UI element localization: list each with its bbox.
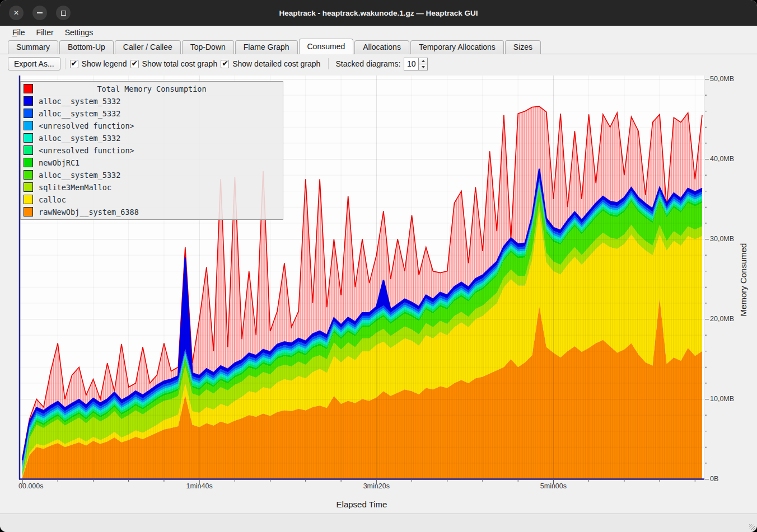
legend-swatch: [24, 96, 33, 106]
legend-swatch: [24, 133, 33, 143]
checkbox-icon: ✔: [221, 60, 229, 68]
y-axis-title: Memory Consumed: [739, 243, 748, 317]
x-tick-label: 5min00s: [540, 482, 567, 490]
stacked-diagrams-stepper[interactable]: 10: [404, 58, 428, 70]
tab-sizes[interactable]: Sizes: [505, 40, 541, 54]
spin-up-button[interactable]: [418, 58, 428, 64]
toolbar-separator: [65, 58, 66, 69]
legend-item: rawNewObj__system_6388: [21, 206, 283, 218]
window-title: Heaptrack - heaptrack.wakunode.1.gz — He…: [0, 9, 757, 17]
x-tick-label: 1min40s: [186, 482, 212, 490]
legend-item-label: newObjRC1: [39, 158, 80, 167]
legend-item-label: alloc__system_5332: [39, 134, 120, 143]
tab-top-down[interactable]: Top-Down: [182, 40, 234, 54]
x-tick-label: 00.000s: [18, 482, 43, 490]
legend-swatch: [24, 158, 33, 167]
legend-title: Total Memory Consumption: [97, 84, 206, 93]
legend-item-label: alloc__system_5332: [39, 97, 120, 106]
legend-swatch: [24, 182, 33, 192]
checkbox-icon: ✔: [70, 60, 78, 68]
x-tick-label: 3min20s: [363, 482, 390, 490]
menu-item-file[interactable]: File: [7, 27, 31, 38]
checkbox-label: Show legend: [82, 59, 127, 68]
legend-swatch: [24, 84, 33, 93]
y-tick-label: 10,0MB: [710, 395, 734, 403]
checkbox-show-total-cost-graph[interactable]: ✔Show total cost graph: [130, 59, 218, 68]
toolbar-separator: [328, 58, 329, 69]
y-tick-label: 0B: [710, 475, 718, 483]
checkbox-show-detailed-cost-graph[interactable]: ✔Show detailed cost graph: [221, 59, 320, 68]
tab-flame-graph[interactable]: Flame Graph: [235, 40, 298, 54]
menu-item-filter[interactable]: Filter: [31, 27, 59, 38]
chevron-up-icon: [422, 60, 425, 62]
spin-down-button[interactable]: [418, 64, 428, 70]
y-tick-label: 50,0MB: [710, 75, 734, 83]
stacked-diagrams-label: Stacked diagrams:: [335, 59, 400, 68]
legend-item: <unresolved function>: [21, 120, 283, 132]
chart-legend: Total Memory Consumptionalloc__system_53…: [20, 81, 283, 220]
legend-swatch: [24, 109, 33, 118]
legend-item-label: alloc__system_5332: [39, 171, 120, 180]
checkbox-show-legend[interactable]: ✔Show legend: [70, 59, 127, 68]
tab-bottom-up[interactable]: Bottom-Up: [59, 40, 114, 54]
legend-title-row: Total Memory Consumption: [21, 83, 283, 95]
legend-item: newObjRC1: [21, 157, 283, 169]
checkbox-label: Show total cost graph: [142, 59, 218, 68]
tab-temporary-allocations[interactable]: Temporary Allocations: [410, 40, 504, 54]
legend-item: calloc: [21, 194, 283, 206]
legend-item-label: rawNewObj__system_6388: [39, 208, 139, 216]
legend-item: alloc__system_5332: [21, 107, 283, 120]
legend-item: sqlite3MemMalloc: [21, 181, 283, 194]
legend-swatch: [24, 195, 33, 204]
legend-swatch: [24, 170, 33, 180]
y-tick-label: 30,0MB: [710, 235, 734, 243]
export-as-button[interactable]: Export As...: [8, 57, 60, 70]
stacked-diagrams-value[interactable]: 10: [404, 58, 418, 70]
y-tick-label: 20,0MB: [710, 315, 734, 323]
checkbox-label: Show detailed cost graph: [232, 59, 320, 68]
tab-summary[interactable]: Summary: [8, 40, 58, 54]
legend-item-label: <unresolved function>: [39, 146, 134, 155]
legend-item: alloc__system_5332: [21, 169, 283, 181]
menu-bar: FileFilterSettings: [0, 26, 757, 39]
legend-item-label: sqlite3MemMalloc: [39, 183, 111, 192]
legend-swatch: [24, 207, 33, 216]
checkbox-icon: ✔: [130, 60, 139, 68]
x-axis-title: Elapsed Time: [337, 500, 387, 509]
legend-swatch: [24, 145, 33, 155]
legend-item: alloc__system_5332: [21, 95, 283, 107]
tab-consumed[interactable]: Consumed: [299, 39, 354, 54]
y-tick-label: 40,0MB: [710, 155, 734, 163]
menu-item-settings[interactable]: Settings: [59, 27, 99, 38]
legend-swatch: [24, 121, 33, 130]
app-window: ✕ Heaptrack - heaptrack.wakunode.1.gz — …: [0, 0, 757, 532]
legend-item: alloc__system_5332: [21, 132, 283, 144]
tab-caller-callee[interactable]: Caller / Callee: [115, 40, 181, 54]
window-bottom-strip: [0, 514, 757, 532]
resize-grip-icon[interactable]: [749, 524, 755, 530]
toolbar: Export As... ✔Show legend✔Show total cos…: [0, 54, 757, 73]
legend-item: <unresolved function>: [21, 144, 283, 157]
legend-item-label: <unresolved function>: [39, 121, 134, 130]
chevron-down-icon: [422, 66, 425, 68]
legend-item-label: alloc__system_5332: [39, 109, 120, 118]
tab-bar: SummaryBottom-UpCaller / CalleeTop-DownF…: [0, 39, 757, 54]
title-bar: ✕ Heaptrack - heaptrack.wakunode.1.gz — …: [0, 0, 757, 26]
tab-allocations[interactable]: Allocations: [354, 40, 409, 54]
legend-item-label: calloc: [39, 195, 66, 204]
